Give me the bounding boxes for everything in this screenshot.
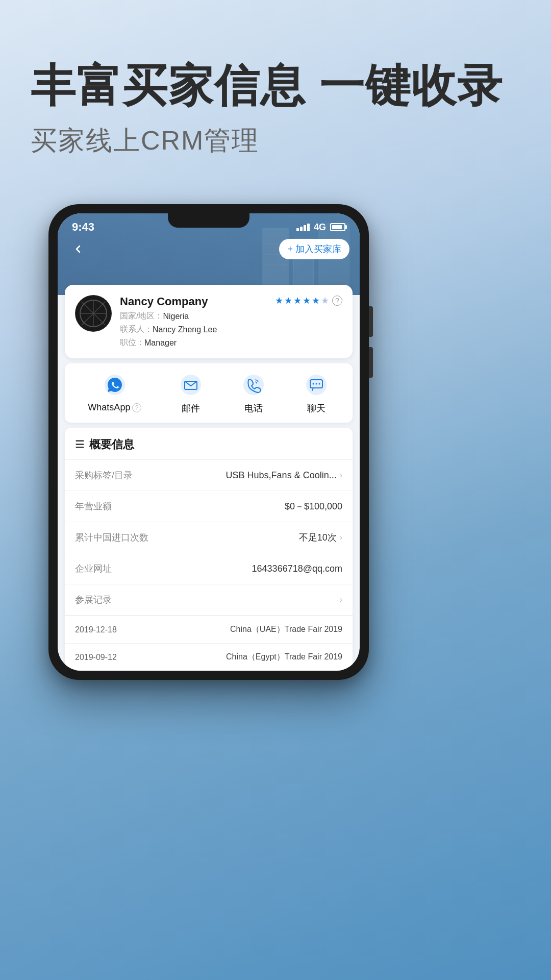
star-6: ★ xyxy=(321,295,329,306)
phone-label: 电话 xyxy=(244,402,263,414)
overview-title-row: ☰ 概要信息 xyxy=(65,428,353,460)
exhibit-date-1: 2019-12-18 xyxy=(75,625,117,634)
status-time: 9:43 xyxy=(72,220,94,234)
battery-icon xyxy=(330,223,345,231)
purchase-tags-row[interactable]: 采购标签/目录 USB Hubs,Fans & Coolin... › xyxy=(65,460,353,491)
website-value: 1643366718@qq.com xyxy=(252,564,342,574)
chat-icon xyxy=(305,374,328,396)
website-label: 企业网址 xyxy=(75,562,112,575)
annual-revenue-value: $0－$100,000 xyxy=(285,500,342,512)
headline: 丰富买家信息 一键收录 xyxy=(31,61,520,111)
email-action[interactable]: 邮件 xyxy=(178,372,204,414)
nav-bar: + 加入买家库 xyxy=(58,239,360,259)
exhibit-row-1: 2019-12-18 China（UAE）Trade Fair 2019 xyxy=(65,616,353,643)
phone-mockup: 9:43 4G xyxy=(48,204,369,680)
whatsapp-icon-wrap xyxy=(102,372,128,398)
overview-icon: ☰ xyxy=(75,438,84,451)
avatar xyxy=(75,295,112,332)
svg-point-19 xyxy=(315,383,317,385)
email-icon-wrap xyxy=(178,372,204,398)
status-icons: 4G xyxy=(296,222,345,233)
contact-row: 联系人： Nancy Zheng Lee xyxy=(120,324,342,335)
star-4: ★ xyxy=(303,295,311,306)
phone-icon-wrap xyxy=(240,372,267,398)
whatsapp-label: WhatsApp xyxy=(88,402,130,413)
svg-point-13 xyxy=(181,375,201,395)
side-button-power xyxy=(369,306,373,337)
contact-value: Nancy Zheng Lee xyxy=(153,325,217,334)
add-buyer-label: + 加入买家库 xyxy=(287,243,341,255)
side-button-volume xyxy=(369,347,373,378)
stars-area: ★ ★ ★ ★ ★ ★ ? xyxy=(275,295,342,306)
action-bar: WhatsApp ? 邮件 xyxy=(65,363,353,423)
position-label: 职位： xyxy=(120,337,144,348)
phone-icon xyxy=(242,374,265,396)
status-4g-label: 4G xyxy=(314,222,326,233)
signal-bars xyxy=(296,224,310,231)
position-value: Manager xyxy=(144,338,177,348)
purchase-tags-label: 采购标签/目录 xyxy=(75,469,133,481)
purchase-tags-value: USB Hubs,Fans & Coolin... › xyxy=(226,470,342,481)
annual-revenue-row: 年营业额 $0－$100,000 xyxy=(65,491,353,522)
chat-action[interactable]: 聊天 xyxy=(303,372,330,414)
contact-label: 联系人： xyxy=(120,324,153,335)
exhibit-name-1: China（UAE）Trade Fair 2019 xyxy=(230,624,342,635)
svg-point-15 xyxy=(243,375,264,395)
exhibit-date-2: 2019-09-12 xyxy=(75,653,117,662)
purchase-tags-arrow: › xyxy=(340,471,342,480)
signal-bar-4 xyxy=(307,224,310,231)
exhibit-row-2: 2019-09-12 China（Egypt）Trade Fair 2019 xyxy=(65,643,353,671)
signal-bar-2 xyxy=(300,227,303,231)
chat-label: 聊天 xyxy=(307,402,325,414)
svg-point-20 xyxy=(318,383,320,385)
star-2: ★ xyxy=(284,295,292,306)
whatsapp-icon xyxy=(104,374,126,396)
import-count-label: 累计中国进口次数 xyxy=(75,531,148,544)
phone-screen: 9:43 4G xyxy=(58,213,360,671)
import-count-arrow: › xyxy=(340,533,342,542)
signal-bar-1 xyxy=(296,228,299,231)
exhibit-arrow: › xyxy=(340,595,342,604)
chat-icon-wrap xyxy=(303,372,330,398)
back-icon xyxy=(72,243,84,255)
position-row: 职位： Manager xyxy=(120,337,342,348)
rating-stars: ★ ★ ★ ★ ★ ★ xyxy=(275,295,329,306)
whatsapp-help-icon[interactable]: ? xyxy=(132,403,141,412)
import-count-row[interactable]: 累计中国进口次数 不足10次 › xyxy=(65,522,353,553)
annual-revenue-label: 年营业额 xyxy=(75,500,112,512)
subtitle: 买家线上CRM管理 xyxy=(31,123,520,159)
overview-title: 概要信息 xyxy=(89,437,134,452)
phone-frame: 9:43 4G xyxy=(48,204,369,680)
exhibit-name-2: China（Egypt）Trade Fair 2019 xyxy=(226,652,342,663)
email-label: 邮件 xyxy=(182,402,200,414)
overview-section: ☰ 概要信息 采购标签/目录 USB Hubs,Fans & Coolin...… xyxy=(65,428,353,671)
svg-point-16 xyxy=(306,375,327,395)
country-value: Nigeria xyxy=(163,312,189,321)
star-1: ★ xyxy=(275,295,283,306)
signal-bar-3 xyxy=(304,225,306,231)
add-to-buyer-button[interactable]: + 加入买家库 xyxy=(279,239,349,259)
rating-help-icon[interactable]: ? xyxy=(332,296,342,306)
back-button[interactable] xyxy=(68,239,88,259)
svg-point-18 xyxy=(312,383,314,385)
exhibit-label: 参展记录 xyxy=(75,594,112,606)
avatar-image xyxy=(76,296,111,331)
whatsapp-action[interactable]: WhatsApp ? xyxy=(88,372,141,414)
exhibit-header-row[interactable]: 参展记录 › xyxy=(65,584,353,616)
profile-card: Nancy Company 国家/地区： Nigeria 联系人： Nancy … xyxy=(65,285,353,358)
star-5: ★ xyxy=(312,295,320,306)
email-icon xyxy=(180,374,202,396)
country-row: 国家/地区： Nigeria xyxy=(120,311,342,322)
phone-notch xyxy=(168,213,249,228)
import-count-value: 不足10次 › xyxy=(299,531,342,544)
top-section: 丰富买家信息 一键收录 买家线上CRM管理 xyxy=(31,61,520,159)
whatsapp-label-group: WhatsApp ? xyxy=(88,402,141,413)
website-row: 企业网址 1643366718@qq.com xyxy=(65,553,353,584)
battery-fill xyxy=(332,225,342,229)
country-label: 国家/地区： xyxy=(120,311,163,322)
phone-action[interactable]: 电话 xyxy=(240,372,267,414)
star-3: ★ xyxy=(293,295,302,306)
